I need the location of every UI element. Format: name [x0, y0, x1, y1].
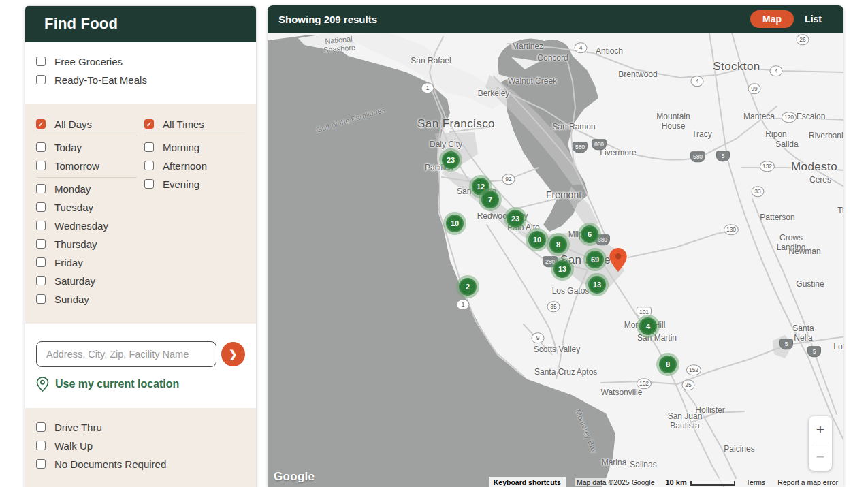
map-attribution: Keyboard shortcuts Map data ©2025 Google…	[489, 477, 839, 487]
checkbox[interactable]	[36, 441, 46, 450]
results-count: Showing 209 results	[278, 14, 377, 25]
cluster-marker-4[interactable]: 4	[639, 317, 657, 335]
scale-bar	[690, 481, 735, 486]
search-input[interactable]	[36, 341, 216, 367]
filter-walk-up[interactable]: Walk Up	[36, 439, 245, 452]
filter-afternoon[interactable]: Afternoon	[144, 159, 245, 172]
filter-label: Afternoon	[163, 160, 207, 172]
map-canvas[interactable]: San FranciscoStocktonModestoSan JoseFrem…	[268, 33, 843, 487]
filter-friday[interactable]: Friday	[36, 255, 144, 269]
filter-thursday[interactable]: Thursday	[36, 237, 144, 251]
filter-divider	[36, 136, 137, 136]
filter-tomorrow[interactable]: Tomorrow	[36, 159, 144, 172]
checkbox[interactable]	[36, 276, 46, 285]
filter-morning[interactable]: Morning	[144, 140, 245, 154]
checkbox[interactable]	[144, 142, 154, 152]
find-food-panel: Find Food Free GroceriesReady-To-Eat Mea…	[25, 5, 257, 487]
map-zoom-control: + −	[809, 416, 832, 471]
zoom-in-button[interactable]: +	[809, 416, 832, 443]
checkbox[interactable]	[36, 294, 46, 304]
cluster-marker-8[interactable]: 8	[549, 236, 567, 253]
filter-label: Today	[54, 142, 82, 153]
checkbox[interactable]	[36, 221, 46, 230]
filter-wednesday[interactable]: Wednesday	[36, 219, 144, 232]
cluster-marker-10[interactable]: 10	[528, 231, 546, 249]
map-panel: Showing 209 results Map List	[268, 5, 843, 487]
search-section: ❯ Use my current location	[25, 324, 256, 408]
checkbox[interactable]	[36, 75, 46, 84]
selected-location-pin[interactable]	[609, 248, 627, 272]
filter-label: No Documents Required	[54, 458, 166, 470]
terms-link[interactable]: Terms	[745, 478, 767, 486]
filter-free-groceries[interactable]: Free Groceries	[36, 54, 245, 68]
filter-saturday[interactable]: Saturday	[36, 274, 144, 287]
filter-tuesday[interactable]: Tuesday	[36, 200, 144, 214]
checkbox[interactable]	[144, 161, 154, 170]
checkbox[interactable]	[36, 57, 46, 66]
checked-checkbox[interactable]: ✓	[36, 119, 46, 129]
filter-label: Morning	[163, 142, 199, 153]
checkbox[interactable]	[36, 422, 46, 432]
report-map-error-link[interactable]: Report a map error	[776, 478, 839, 486]
filter-no-documents-required[interactable]: No Documents Required	[36, 457, 245, 471]
panel-title: Find Food	[44, 15, 237, 33]
sidebar-header: Find Food	[25, 6, 256, 42]
filter-label: All Times	[163, 119, 204, 130]
filter-drive-thru[interactable]: Drive Thru	[36, 420, 245, 434]
days-times-section: ✓All DaysTodayTomorrowMondayTuesdayWedne…	[25, 104, 256, 324]
filter-evening[interactable]: Evening	[144, 177, 245, 191]
map-view-button[interactable]: Map	[750, 10, 794, 28]
checkbox[interactable]	[36, 239, 46, 249]
cluster-marker-10[interactable]: 10	[446, 215, 464, 232]
cluster-marker-6[interactable]: 6	[581, 225, 598, 243]
cluster-marker-13[interactable]: 13	[553, 260, 571, 278]
filter-label: Saturday	[54, 275, 95, 287]
map-scale: 10 km	[666, 478, 735, 486]
checkbox[interactable]	[36, 142, 46, 152]
filter-label: Walk Up	[54, 440, 93, 452]
map-header-bar: Showing 209 results Map List	[268, 5, 843, 33]
use-current-location-label: Use my current location	[55, 378, 179, 390]
search-submit-button[interactable]: ❯	[221, 342, 245, 366]
cluster-marker-2[interactable]: 2	[459, 278, 477, 296]
filter-divider	[36, 177, 137, 178]
scale-label: 10 km	[666, 478, 687, 486]
cluster-marker-23[interactable]: 23	[442, 151, 460, 169]
filter-monday[interactable]: Monday	[36, 182, 144, 195]
checkbox[interactable]	[36, 459, 46, 469]
checkbox[interactable]	[36, 184, 46, 193]
filter-ready-to-eat-meals[interactable]: Ready-To-Eat Meals	[36, 73, 245, 87]
filter-label: Free Groceries	[54, 56, 123, 67]
filter-all-days[interactable]: ✓All Days	[36, 117, 144, 131]
checkbox[interactable]	[36, 161, 46, 170]
food-type-section: Free GroceriesReady-To-Eat Meals	[25, 42, 256, 104]
access-section: Drive ThruWalk UpNo Documents Required	[25, 408, 256, 487]
filter-sunday[interactable]: Sunday	[36, 292, 144, 306]
filter-label: Sunday	[54, 294, 89, 305]
map-geography	[268, 33, 843, 487]
filter-today[interactable]: Today	[36, 140, 144, 154]
filter-all-times[interactable]: ✓All Times	[144, 117, 245, 131]
use-current-location-link[interactable]: Use my current location	[36, 377, 245, 392]
filter-divider	[144, 136, 245, 136]
filter-label: Ready-To-Eat Meals	[54, 74, 147, 86]
cluster-marker-23[interactable]: 23	[507, 210, 524, 227]
cluster-marker-8[interactable]: 8	[659, 356, 677, 373]
cluster-marker-13[interactable]: 13	[588, 276, 606, 294]
map-data-credit: Map data ©2025 Google	[575, 478, 656, 486]
keyboard-shortcuts-button[interactable]: Keyboard shortcuts	[489, 477, 566, 487]
filter-label: Friday	[54, 257, 83, 268]
list-view-button[interactable]: List	[805, 14, 822, 25]
cluster-marker-69[interactable]: 69	[586, 251, 604, 268]
view-toggle: Map List	[750, 10, 822, 28]
filter-label: Drive Thru	[54, 422, 102, 433]
checked-checkbox[interactable]: ✓	[144, 119, 154, 129]
filter-label: Tuesday	[54, 202, 93, 213]
checkbox[interactable]	[144, 179, 154, 189]
checkbox[interactable]	[36, 257, 46, 267]
zoom-out-button[interactable]: −	[809, 443, 832, 470]
cluster-marker-7[interactable]: 7	[481, 191, 499, 208]
filter-label: Monday	[54, 183, 91, 195]
filter-label: Evening	[163, 178, 199, 190]
checkbox[interactable]	[36, 202, 46, 212]
